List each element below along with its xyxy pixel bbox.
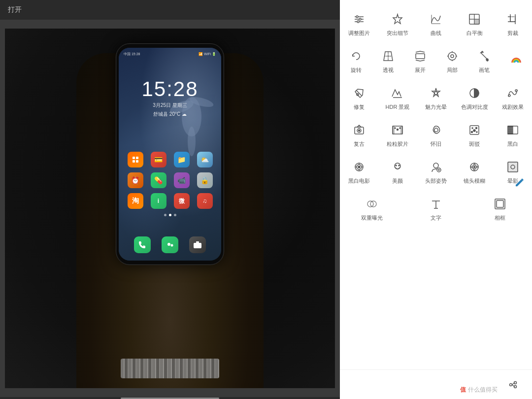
svg-point-61	[476, 132, 477, 133]
tool-drama[interactable]: 戏剧效果	[494, 79, 532, 116]
tool-hdr[interactable]: HDR 景观	[378, 79, 417, 116]
tool-glamour[interactable]: 魅力光晕	[417, 79, 455, 116]
tool-grainfilm[interactable]: 粒粒胶片	[378, 116, 417, 153]
open-button[interactable]: 打开	[8, 5, 22, 14]
app-icon-network[interactable]: ♫	[197, 193, 213, 209]
tool-doubleexposure[interactable]: 双重曝光	[340, 190, 404, 227]
tool-repair[interactable]: 修复	[340, 79, 378, 116]
svg-rect-52	[401, 126, 402, 134]
tool-retro[interactable]: 复古	[340, 116, 378, 153]
tool-headpose[interactable]: 头部姿势	[417, 153, 455, 190]
tool-beauty[interactable]: 美颜	[378, 153, 417, 190]
tool-whitebalance[interactable]: 白平衡	[455, 5, 494, 42]
tool-local[interactable]: 局部	[436, 42, 468, 79]
tools-row-2: 旋转 透视	[340, 42, 532, 79]
grainfilm-icon	[390, 123, 405, 137]
app-icon-imessage[interactable]: i	[151, 193, 166, 209]
tool-expand-label: 展开	[415, 66, 426, 74]
tool-grainfilm-label: 粒粒胶片	[387, 140, 408, 148]
tool-doubleexposure-label: 双重曝光	[361, 214, 383, 222]
tools-row-1: 调整图片 突出细节 曲线	[340, 5, 532, 42]
tool-crop[interactable]: 剪裁	[494, 5, 532, 42]
tool-curve[interactable]: 曲线	[417, 5, 455, 42]
svg-point-49	[359, 130, 360, 132]
tool-bwfilm[interactable]: 黑白电影	[340, 153, 378, 190]
tool-beauty-label: 美颜	[392, 177, 403, 185]
right-panel: 调整图片 突出细节 曲线	[340, 0, 532, 399]
svg-point-54	[397, 129, 399, 131]
app-icon-lock[interactable]: 🔒	[197, 172, 213, 188]
svg-point-18	[357, 21, 359, 23]
phone-indicators: 📶 WiFi 🔋	[199, 52, 216, 56]
rotate-icon	[349, 49, 364, 64]
tool-brush[interactable]: 画笔	[468, 42, 500, 79]
tool-blackwhite[interactable]: 黑白	[494, 116, 532, 153]
tool-perspective[interactable]: 透视	[372, 42, 404, 79]
tool-local-label: 局部	[447, 66, 458, 74]
photo-container: 中国 15:28 📶 WiFi 🔋 15:28 3月25日 星期三 舒城县 20…	[5, 29, 335, 388]
app-row-3: 淘 i 微 ♫	[124, 193, 216, 209]
tool-headpose-label: 头部姿势	[425, 177, 447, 185]
tool-rotate[interactable]: 旋转	[340, 42, 372, 79]
tool-brush-label: 画笔	[479, 66, 490, 74]
svg-rect-24	[474, 19, 479, 24]
local-icon	[445, 49, 460, 64]
svg-point-17	[359, 18, 361, 20]
dock-wechat[interactable]	[162, 236, 178, 253]
app-icon-notes[interactable]: 💊	[151, 172, 166, 188]
headpose-icon	[429, 160, 443, 174]
app-icon-gallery[interactable]: 📹	[174, 172, 190, 188]
phone-screen: 中国 15:28 📶 WiFi 🔋 15:28 3月25日 星期三 舒城县 20…	[119, 48, 221, 261]
app-icon-weibo[interactable]: 微	[174, 193, 190, 209]
svg-rect-6	[133, 160, 135, 163]
share-button[interactable]	[504, 376, 522, 394]
app-icon-alarm[interactable]: ⏰	[128, 172, 143, 188]
svg-point-8	[167, 243, 170, 246]
glamour-icon	[429, 86, 443, 100]
tool-drama-label: 戏剧效果	[502, 103, 524, 111]
svg-rect-51	[393, 126, 394, 134]
watch-band	[121, 359, 219, 378]
svg-point-76	[399, 165, 399, 166]
tool-expand[interactable]: 展开	[404, 42, 436, 79]
dock-phone[interactable]	[134, 236, 151, 253]
text-icon	[429, 197, 443, 211]
tool-text[interactable]: 文字	[404, 190, 468, 227]
svg-point-55	[399, 128, 400, 129]
dock-camera[interactable]	[189, 236, 206, 253]
tools-row-4: 复古 粒粒胶片	[340, 116, 532, 153]
tool-rainbow[interactable]	[500, 42, 532, 79]
repair-icon	[352, 86, 366, 100]
svg-marker-47	[357, 125, 361, 127]
brush-icon	[477, 49, 492, 64]
page-dots	[124, 214, 216, 216]
tool-lensblur[interactable]: 镜头模糊	[455, 153, 494, 190]
tool-speckled[interactable]: 斑驳	[455, 116, 494, 153]
edit-pencil-button[interactable]	[514, 177, 525, 190]
tool-frame[interactable]: 相框	[468, 190, 532, 227]
tool-adjust[interactable]: 调整图片	[340, 5, 378, 42]
app-icon-weather[interactable]: ⛅	[197, 152, 213, 167]
svg-point-44	[508, 95, 510, 97]
tool-shadow[interactable]: 晕影	[494, 153, 532, 190]
svg-point-16	[356, 16, 358, 18]
tool-hdr-label: HDR 景观	[386, 103, 410, 111]
app-icon-taobao[interactable]: 淘	[128, 193, 143, 209]
tool-repair-label: 修复	[354, 103, 365, 111]
app-row-2: ⏰ 💊 📹 🔒	[124, 172, 216, 188]
app-icon-filemanager[interactable]: 📁	[174, 152, 190, 167]
tool-crop-label: 剪裁	[507, 30, 518, 37]
tool-nostalgic[interactable]: 怀旧	[417, 116, 455, 153]
photo-background: 中国 15:28 📶 WiFi 🔋 15:28 3月25日 星期三 舒城县 20…	[5, 29, 335, 388]
rainbow-icon	[509, 53, 524, 67]
tools-row-5: 黑白电影 美颜	[340, 153, 532, 190]
tool-highlight-label: 突出细节	[387, 30, 408, 37]
app-icon-music[interactable]: 💳	[151, 152, 166, 167]
phone-time-display: 15:28 3月25日 星期三 舒城县 20°C ☁	[119, 77, 221, 118]
curve-icon	[429, 12, 443, 27]
tool-retro-label: 复古	[354, 140, 365, 148]
scrollbar[interactable]	[0, 397, 340, 399]
tool-highlight[interactable]: 突出细节	[378, 5, 417, 42]
app-icon-appstore[interactable]	[128, 152, 143, 167]
tool-colorcontrast[interactable]: 色调对比度	[455, 79, 494, 116]
